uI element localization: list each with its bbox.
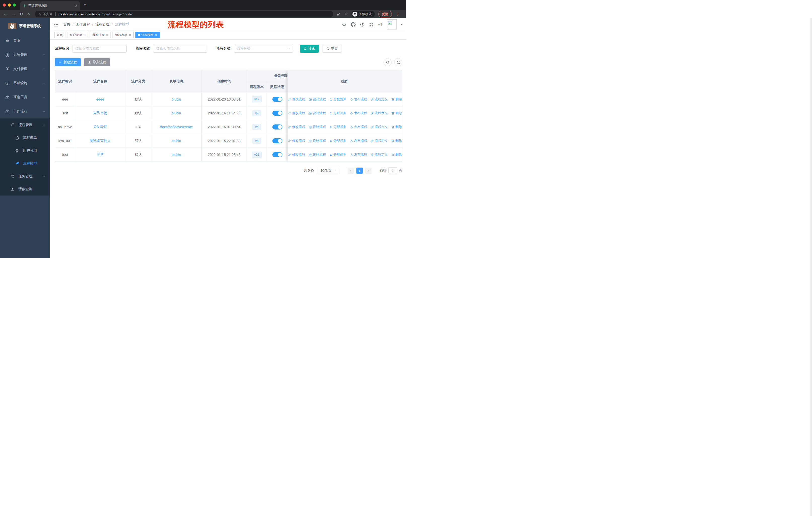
action-delete[interactable]: 删除 [391,111,402,115]
address-bar[interactable]: ⚠ 不安全 dashboard.yudao.iocoder.cn/bpm/man… [35,11,333,18]
process-name-link[interactable]: 测试多审批人 [90,139,111,143]
form-info-link[interactable]: biubiu [172,111,181,115]
action-design-process[interactable]: 设计流程 [309,97,326,102]
sidebar-item-payment[interactable]: ¥ 支付管理 [0,62,50,76]
kebab-menu-icon[interactable]: ⋮ [396,12,399,17]
version-badge[interactable]: v2 [253,110,261,116]
action-process-definition[interactable]: 流程定义 [371,139,388,143]
tag-tenant-mgmt[interactable]: 租户管理 ✕ [67,32,88,38]
action-delete[interactable]: 删除 [391,97,402,102]
form-info-link[interactable]: biubiu [172,97,181,101]
close-icon[interactable]: ✕ [128,33,131,37]
forward-icon[interactable]: → [11,12,16,16]
action-design-process[interactable]: 设计流程 [309,111,326,115]
version-badge[interactable]: v21 [252,152,262,158]
process-name-link[interactable]: eeee [96,97,104,101]
action-design-process[interactable]: 设计流程 [309,153,326,157]
sidebar-item-process-mgmt[interactable]: 流程管理 [0,118,50,131]
close-icon[interactable]: ✕ [83,33,86,37]
version-badge[interactable]: v17 [252,96,262,102]
active-toggle[interactable] [272,152,283,157]
process-name-link[interactable]: 自己审批 [93,111,107,115]
caret-down-icon[interactable]: ▾ [401,23,403,26]
current-page[interactable]: 1 [356,167,363,174]
tag-my-process[interactable]: 我的流程 ✕ [90,32,111,38]
action-publish-process[interactable]: 发布流程 [350,153,367,157]
process-name-input[interactable] [153,45,207,53]
avatar[interactable] [387,19,397,29]
warning-icon[interactable]: ⚠ [38,12,41,16]
form-info-link[interactable]: biubiu [172,139,181,143]
action-edit-process[interactable]: 修改流程 [288,111,305,115]
action-design-process[interactable]: 设计流程 [309,125,326,129]
star-icon[interactable]: ☆ [344,12,348,17]
action-edit-process[interactable]: 修改流程 [288,125,305,129]
refresh-table-button[interactable] [394,58,402,66]
breadcrumb-workflow[interactable]: 工作流程 [76,22,90,27]
action-process-definition[interactable]: 流程定义 [371,97,388,102]
action-assign-rule[interactable]: 分配规则 [329,153,347,157]
action-design-process[interactable]: 设计流程 [309,139,326,143]
github-icon[interactable] [351,22,356,27]
import-process-button[interactable]: 导入流程 [84,58,110,66]
process-name-link[interactable]: OA 请假 [94,125,107,129]
action-edit-process[interactable]: 修改流程 [288,97,305,102]
breadcrumb-home[interactable]: 首页 [63,22,70,27]
action-edit-process[interactable]: 修改流程 [288,139,305,143]
new-tab-button[interactable]: + [84,2,87,8]
action-delete[interactable]: 删除 [391,139,402,143]
process-name-link[interactable]: 滔博 [97,153,104,157]
sidebar-item-system[interactable]: 系统管理 [0,48,50,62]
action-publish-process[interactable]: 发布流程 [350,139,367,143]
sidebar-item-workflow[interactable]: 工作流程 [0,104,50,118]
sidebar-item-home[interactable]: 首页 [0,34,50,48]
update-button[interactable]: 更新 [378,11,392,18]
reload-icon[interactable]: ↻ [20,12,23,16]
action-process-definition[interactable]: 流程定义 [371,111,388,115]
action-delete[interactable]: 删除 [391,125,402,129]
close-icon[interactable]: ✕ [106,33,108,37]
form-info-link[interactable]: biubiu [172,153,181,157]
sidebar-item-infra[interactable]: 基础设施 [0,76,50,90]
fullscreen-icon[interactable] [369,22,374,27]
action-process-definition[interactable]: 流程定义 [371,153,388,157]
sidebar-item-process-form[interactable]: 流程表单 [0,131,50,144]
sidebar-item-devtools[interactable]: 研发工具 [0,90,50,104]
question-icon[interactable] [360,22,365,27]
home-icon[interactable]: ⌂ [27,12,30,16]
tag-process-form[interactable]: 流程表单 ✕ [113,32,134,38]
active-toggle[interactable] [272,125,283,130]
reset-button[interactable]: 重置 [322,45,342,53]
category-select[interactable]: 流程分类 [234,45,293,53]
action-assign-rule[interactable]: 分配规则 [329,97,347,102]
action-publish-process[interactable]: 发布流程 [350,125,367,129]
next-page-button[interactable]: › [365,167,372,174]
show-search-button[interactable] [384,58,392,66]
action-edit-process[interactable]: 修改流程 [288,153,305,157]
active-toggle[interactable] [272,138,283,143]
breadcrumb-process-mgmt[interactable]: 流程管理 [95,22,110,27]
form-info-link[interactable]: /bpm/oa/leave/create [160,125,193,129]
active-toggle[interactable] [272,111,283,116]
action-delete[interactable]: 删除 [391,153,402,157]
create-process-button[interactable]: 新建流程 [55,58,81,66]
minimize-window-button[interactable] [8,3,11,6]
action-process-definition[interactable]: 流程定义 [371,125,388,129]
tab-close-icon[interactable]: ✕ [75,4,78,7]
key-icon[interactable] [337,12,341,16]
close-window-button[interactable] [3,3,6,6]
browser-tab[interactable]: 芋道管理系统 ✕ [20,1,80,10]
close-icon[interactable]: ✕ [155,33,157,37]
back-icon[interactable]: ← [3,12,7,16]
action-publish-process[interactable]: 发布流程 [350,97,367,102]
action-assign-rule[interactable]: 分配规则 [329,125,347,129]
tag-home[interactable]: 首页 [54,32,65,38]
search-button[interactable]: 搜索 [300,45,319,53]
search-icon[interactable] [342,22,347,27]
font-size-icon[interactable]: TT [378,22,382,27]
version-badge[interactable]: v4 [253,138,261,144]
goto-page-input[interactable] [388,167,397,174]
sidebar-item-task-mgmt[interactable]: 任务管理 [0,170,50,183]
action-publish-process[interactable]: 发布流程 [350,111,367,115]
sidebar-item-process-model[interactable]: 流程模型 [0,157,50,170]
